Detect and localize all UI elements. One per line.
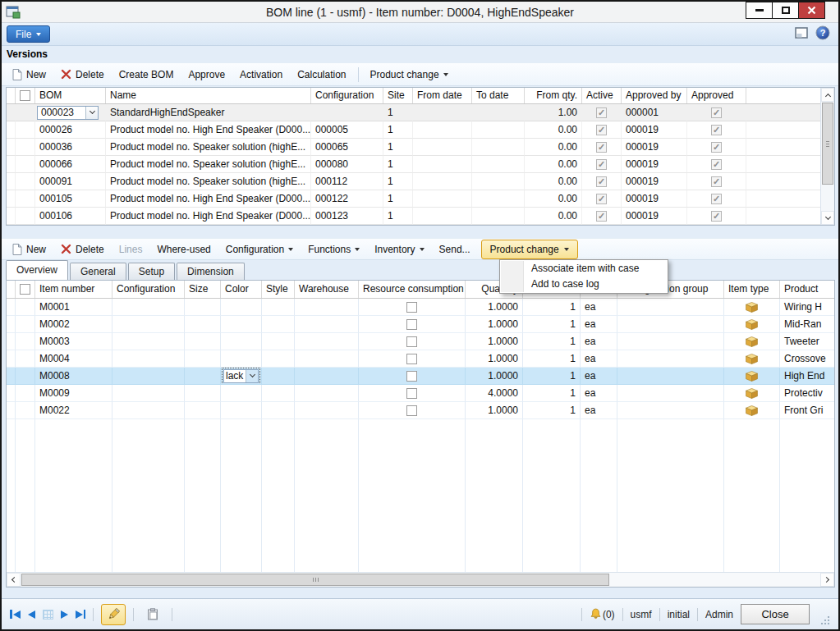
cell-configuration[interactable] <box>112 316 185 333</box>
resize-grip[interactable] <box>820 615 830 628</box>
cell-warehouse[interactable] <box>295 316 359 333</box>
cell-size[interactable] <box>185 299 221 316</box>
minimize-button[interactable] <box>746 2 773 19</box>
approved-checkbox[interactable] <box>711 211 722 222</box>
cell-name[interactable]: Product model no. High End Speaker (D000… <box>106 190 311 208</box>
active-checkbox[interactable] <box>596 159 607 170</box>
cell-from-date[interactable] <box>413 139 472 156</box>
cell-bom[interactable]: 000091 <box>35 173 106 190</box>
cell-product[interactable]: Tweeter <box>780 333 834 350</box>
cell-color[interactable] <box>221 316 262 333</box>
cell-product[interactable]: High End <box>780 368 834 385</box>
cell-to-date[interactable] <box>472 121 525 139</box>
cell-configuration-group[interactable] <box>617 402 724 419</box>
cell-name[interactable]: Product model no. High End Speaker (D000… <box>106 208 311 225</box>
edit-record-button[interactable] <box>101 604 126 625</box>
col-product[interactable]: Product <box>780 281 834 298</box>
last-record-button[interactable] <box>76 610 86 619</box>
cell-per-series[interactable]: 1 <box>523 299 581 316</box>
cell-quantity[interactable]: 1.0000 <box>466 350 523 368</box>
col-active[interactable]: Active <box>582 88 622 103</box>
cell-per-series[interactable]: 1 <box>523 333 581 350</box>
cell-style[interactable] <box>262 316 295 333</box>
bom-version-row[interactable]: 000091Product model no. Speaker solution… <box>7 173 834 190</box>
new-line-button[interactable]: New <box>5 241 53 258</box>
cell-warehouse[interactable] <box>295 402 359 419</box>
cell-configuration-group[interactable] <box>617 316 724 333</box>
select-all-checkbox[interactable] <box>20 90 30 101</box>
cell-from-date[interactable] <box>413 190 472 208</box>
partition-indicator[interactable]: initial <box>668 609 690 620</box>
col-resource-consumption[interactable]: Resource consumption <box>359 281 466 298</box>
cell-name[interactable]: StandardHighEndSpeaker <box>106 104 311 121</box>
cell-configuration-group[interactable] <box>617 368 724 385</box>
new-version-button[interactable]: New <box>5 66 53 83</box>
cell-bom[interactable]: 000036 <box>35 139 106 156</box>
resource-consumption-checkbox[interactable] <box>406 371 417 382</box>
configuration-menu-button[interactable]: Configuration <box>218 241 301 258</box>
scroll-up-button[interactable] <box>821 88 834 102</box>
scroll-down-button[interactable] <box>821 211 834 225</box>
approved-checkbox[interactable] <box>711 176 722 187</box>
resource-consumption-checkbox[interactable] <box>406 354 417 364</box>
versions-product-change-button[interactable]: Product change <box>363 66 456 83</box>
cell-unit[interactable]: ea <box>581 368 617 385</box>
approved-checkbox[interactable] <box>711 125 722 135</box>
row-select-cell[interactable] <box>16 402 35 419</box>
cell-configuration[interactable] <box>112 368 185 385</box>
cell-item-number[interactable]: M0022 <box>35 402 112 419</box>
where-used-button[interactable]: Where-used <box>149 241 218 258</box>
cell-from-qty[interactable]: 1.00 <box>525 104 582 121</box>
col-configuration[interactable]: Configuration <box>112 281 185 298</box>
col-size[interactable]: Size <box>185 281 221 298</box>
bom-version-row[interactable]: 000106Product model no. High End Speaker… <box>7 208 834 225</box>
paste-record-button[interactable] <box>141 605 164 624</box>
cell-size[interactable] <box>185 333 221 350</box>
bom-version-row[interactable]: 000066Product model no. Speaker solution… <box>7 156 834 173</box>
cell-site[interactable]: 1 <box>383 156 413 173</box>
inventory-menu-button[interactable]: Inventory <box>367 241 431 258</box>
cell-configuration-group[interactable] <box>617 299 724 316</box>
col-configuration[interactable]: Configuration <box>311 88 383 103</box>
row-select-cell[interactable] <box>16 333 35 350</box>
tab-dimension[interactable]: Dimension <box>177 263 245 280</box>
cell-item-number[interactable]: M0002 <box>35 316 112 333</box>
cell-approved-by[interactable]: 000019 <box>622 139 687 156</box>
col-item-number[interactable]: Item number <box>35 281 112 298</box>
row-select-cell[interactable] <box>16 316 35 333</box>
resource-consumption-checkbox[interactable] <box>406 319 417 330</box>
col-color[interactable]: Color <box>221 281 262 298</box>
cell-warehouse[interactable] <box>295 385 359 402</box>
cell-per-series[interactable]: 1 <box>523 402 581 419</box>
cell-color[interactable] <box>221 299 262 316</box>
col-approved[interactable]: Approved <box>687 88 746 103</box>
cell-from-date[interactable] <box>413 104 472 121</box>
cell-from-qty[interactable]: 0.00 <box>525 173 582 190</box>
calculation-button[interactable]: Calculation <box>290 66 353 83</box>
row-select-cell[interactable] <box>16 208 35 225</box>
col-item-type[interactable]: Item type <box>724 281 780 298</box>
bom-version-row[interactable]: 000023 StandardHighEndSpeaker 1 1.00 000… <box>7 104 834 121</box>
approve-button[interactable]: Approve <box>181 66 232 83</box>
active-checkbox[interactable] <box>596 211 607 222</box>
cell-warehouse[interactable] <box>295 350 359 368</box>
cell-quantity[interactable]: 1.0000 <box>466 368 523 385</box>
cell-configuration[interactable] <box>112 333 185 350</box>
product-change-menu-button[interactable]: Product change <box>481 240 578 259</box>
cell-size[interactable] <box>185 385 221 402</box>
cell-name[interactable]: Product model no. High End Speaker (D000… <box>106 121 311 139</box>
cell-item-number[interactable]: M0008 <box>35 368 112 385</box>
cell-quantity[interactable]: 1.0000 <box>466 316 523 333</box>
cell-configuration[interactable] <box>112 350 185 368</box>
cell-unit[interactable]: ea <box>581 350 617 368</box>
next-record-button[interactable] <box>61 610 68 619</box>
cell-approved-by[interactable]: 000019 <box>622 190 687 208</box>
row-select-cell[interactable] <box>16 121 35 139</box>
cell-configuration[interactable] <box>112 385 185 402</box>
grid-view-button[interactable] <box>43 610 53 620</box>
cell-configuration[interactable] <box>112 402 185 419</box>
bom-version-row[interactable]: 000036Product model no. Speaker solution… <box>7 139 834 156</box>
cell-product[interactable]: Front Gri <box>780 402 834 419</box>
col-style[interactable]: Style <box>262 281 295 298</box>
bom-line-row[interactable]: M00011.00001eaWiring H <box>7 299 834 316</box>
